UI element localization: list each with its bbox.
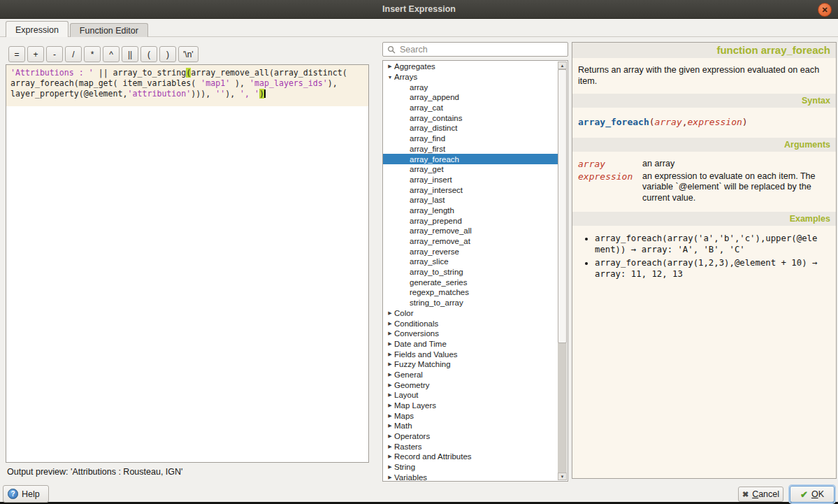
- tree-category-layout[interactable]: ▶Layout: [383, 390, 558, 401]
- scroll-down-icon[interactable]: ▼: [558, 473, 567, 480]
- tree-function-array-slice[interactable]: array_slice: [383, 257, 558, 267]
- tree-function-array-intersect[interactable]: array_intersect: [383, 185, 558, 195]
- string-literal: ', ': [240, 89, 259, 99]
- tree-category-rasters[interactable]: ▶Rasters: [383, 441, 558, 452]
- chevron-right-icon[interactable]: ▶: [386, 341, 394, 347]
- string-literal: 'Attributions : ': [10, 68, 94, 78]
- chevron-right-icon[interactable]: ▶: [386, 372, 394, 377]
- tree-function-regexp-matches[interactable]: regexp_matches: [383, 287, 558, 298]
- chevron-right-icon[interactable]: ▶: [386, 382, 394, 388]
- tree-category-general[interactable]: ▶General: [383, 370, 558, 380]
- false: Conversions: [394, 329, 439, 338]
- operator-button-concat[interactable]: ||: [122, 46, 138, 62]
- tree-category-fuzzy-matching[interactable]: ▶Fuzzy Matching: [383, 359, 558, 370]
- operator-button-close-paren[interactable]: ): [159, 46, 176, 62]
- false: General: [394, 370, 423, 379]
- chevron-right-icon[interactable]: ▶: [386, 64, 394, 69]
- tree-function-array[interactable]: array: [383, 82, 558, 92]
- tree-category-fields-and-values[interactable]: ▶Fields and Values: [383, 349, 558, 359]
- tree-scrollbar-thumb[interactable]: [558, 69, 567, 343]
- chevron-right-icon[interactable]: ▶: [386, 423, 394, 429]
- tree-category-geometry[interactable]: ▶Geometry: [383, 380, 558, 390]
- cancel-button[interactable]: ✖ Cancel: [738, 487, 783, 502]
- tree-category-map-layers[interactable]: ▶Map Layers: [383, 401, 558, 411]
- operator-button-divide[interactable]: /: [65, 46, 82, 62]
- tree-category-variables[interactable]: ▶Variables: [383, 473, 558, 482]
- operator-button-newline[interactable]: '\n': [178, 46, 198, 62]
- tree-function-array-cat[interactable]: array_cat: [383, 103, 558, 113]
- tree-category-date-and-time[interactable]: ▶Date and Time: [383, 339, 558, 350]
- chevron-right-icon[interactable]: ▶: [386, 454, 394, 459]
- function-tree: ▶Aggregates▼Arraysarrayarray_appendarray…: [382, 60, 568, 482]
- tree-function-array-remove-at[interactable]: array_remove_at: [383, 236, 558, 247]
- tree-category-aggregates[interactable]: ▶Aggregates: [383, 62, 558, 72]
- tree-function-array-distinct[interactable]: array_distinct: [383, 123, 558, 134]
- tree-function-array-foreach[interactable]: array_foreach: [383, 154, 558, 164]
- chevron-right-icon[interactable]: ▶: [386, 413, 394, 419]
- tree-function-array-get[interactable]: array_get: [383, 164, 558, 175]
- chevron-down-icon[interactable]: ▼: [386, 75, 394, 80]
- false: Layout: [394, 391, 419, 399]
- tree-function-array-prepend[interactable]: array_prepend: [383, 215, 558, 226]
- chevron-right-icon[interactable]: ▶: [386, 392, 394, 398]
- chevron-right-icon[interactable]: ▶: [386, 310, 394, 316]
- search-input[interactable]: [383, 43, 568, 56]
- tree-function-array-last[interactable]: array_last: [383, 195, 558, 206]
- operator-button-equals[interactable]: =: [8, 46, 25, 62]
- tree-scrollbar[interactable]: ▲ ▼: [558, 62, 567, 480]
- chevron-right-icon[interactable]: ▶: [386, 444, 394, 449]
- tree-category-arrays[interactable]: ▼Arrays: [383, 72, 558, 82]
- cancel-button-label: Cancel: [752, 489, 779, 499]
- tree-function-string-to-array[interactable]: string_to_array: [383, 298, 558, 308]
- tab-expression[interactable]: Expression: [6, 21, 68, 37]
- false: Variables: [394, 473, 427, 482]
- chevron-right-icon[interactable]: ▶: [386, 361, 394, 367]
- operator-button-open-paren[interactable]: (: [140, 46, 157, 62]
- chevron-right-icon[interactable]: ▶: [386, 464, 394, 470]
- chevron-right-icon[interactable]: ▶: [386, 352, 394, 357]
- output-preview-value: 'Attributions : Rousteau, IGN': [71, 467, 182, 477]
- false: Record and Attributes: [394, 452, 472, 461]
- false: Rasters: [394, 442, 422, 451]
- tree-category-math[interactable]: ▶Math: [383, 421, 558, 431]
- tree-function-array-insert[interactable]: array_insert: [383, 175, 558, 185]
- tree-function-array-to-string[interactable]: array_to_string: [383, 267, 558, 278]
- syntax-open-paren: (: [649, 117, 655, 127]
- tree-category-string[interactable]: ▶String: [383, 462, 558, 473]
- tree-category-color[interactable]: ▶Color: [383, 308, 558, 319]
- argument-name-array: array: [578, 159, 642, 170]
- tree-function-array-reverse[interactable]: array_reverse: [383, 246, 558, 257]
- close-icon[interactable]: ✕: [818, 3, 832, 17]
- operator-button-minus[interactable]: -: [46, 46, 63, 62]
- tree-category-maps[interactable]: ▶Maps: [383, 410, 558, 421]
- ok-button[interactable]: ✔ OK: [790, 486, 835, 503]
- tree-function-array-first[interactable]: array_first: [383, 144, 558, 154]
- chevron-right-icon[interactable]: ▶: [386, 331, 394, 336]
- tree-function-array-append[interactable]: array_append: [383, 92, 558, 103]
- tree-function-generate-series[interactable]: generate_series: [383, 277, 558, 287]
- operator-button-plus[interactable]: +: [27, 46, 44, 62]
- operator-button-power[interactable]: ^: [103, 46, 120, 62]
- help-button[interactable]: ? Help: [3, 485, 49, 503]
- chevron-right-icon[interactable]: ▶: [386, 403, 394, 408]
- operator-button-multiply[interactable]: *: [84, 46, 101, 62]
- scroll-up-icon[interactable]: ▲: [558, 62, 567, 69]
- tree-category-conditionals[interactable]: ▶Conditionals: [383, 318, 558, 329]
- help-examples-list: array_foreach(array('a','b','c'),upper(@…: [572, 230, 836, 285]
- tree-function-array-remove-all[interactable]: array_remove_all: [383, 226, 558, 236]
- tree-function-array-find[interactable]: array_find: [383, 134, 558, 144]
- chevron-right-icon[interactable]: ▶: [386, 433, 394, 439]
- tree-category-conversions[interactable]: ▶Conversions: [383, 329, 558, 339]
- false: Date and Time: [394, 340, 447, 348]
- chevron-right-icon[interactable]: ▶: [386, 321, 394, 326]
- false: Fuzzy Matching: [394, 360, 451, 368]
- tree-category-operators[interactable]: ▶Operators: [383, 431, 558, 442]
- tree-function-array-length[interactable]: array_length: [383, 206, 558, 216]
- code-text: array_remove_all(array_distinct(: [191, 68, 347, 78]
- tab-function-editor[interactable]: Function Editor: [70, 23, 148, 37]
- tree-category-record-and-attributes[interactable]: ▶Record and Attributes: [383, 452, 558, 462]
- tab-bar: Expression Function Editor: [6, 21, 150, 37]
- chevron-right-icon[interactable]: ▶: [386, 475, 394, 480]
- tree-function-array-contains[interactable]: array_contains: [383, 113, 558, 123]
- expression-editor[interactable]: 'Attributions : ' || array_to_string(arr…: [6, 64, 369, 463]
